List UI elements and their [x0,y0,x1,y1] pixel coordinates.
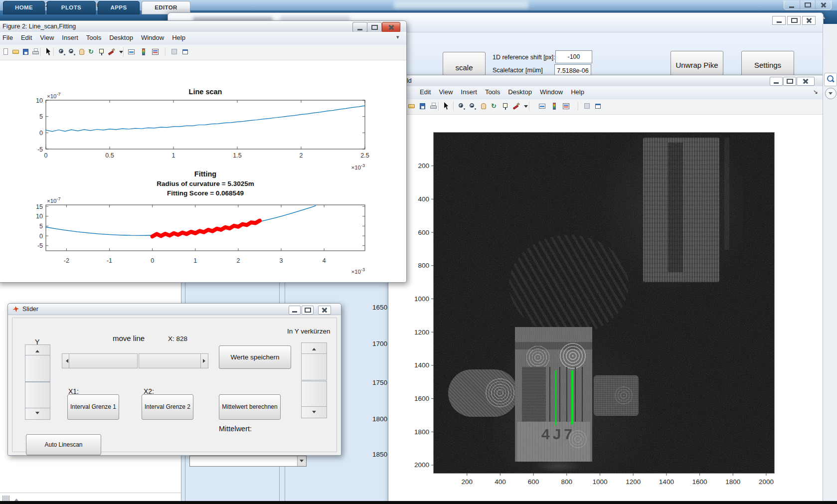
caret-down-icon[interactable] [117,47,126,56]
interval-grenze-1-button[interactable]: Interval Grenze 1 [67,394,119,420]
property-editor-icon[interactable] [170,47,179,56]
minimize-button[interactable] [352,22,367,32]
data-cursor-icon[interactable] [97,47,106,56]
figure-image-titlebar: ld [388,75,823,87]
pan-hand-icon[interactable] [479,102,488,111]
brush-icon[interactable] [512,102,521,111]
in-y-slider-up-button[interactable] [301,342,327,354]
zoom-out-icon[interactable] [67,47,76,56]
minimize-button[interactable] [772,16,786,25]
in-y-slider-down-button[interactable] [301,406,327,418]
mittelwert-berechnen-button[interactable]: Mittelwert berechnen [219,394,281,420]
menu-item-desktop[interactable]: Desktop [504,86,536,96]
menu-item-desktop[interactable]: Desktop [105,32,137,41]
menu-item-view[interactable]: View [435,86,457,96]
menu-item-help[interactable]: Help [168,32,189,41]
save-icon[interactable] [418,102,427,111]
pulldown-icon[interactable] [825,88,837,99]
auto-linescan-button[interactable]: Auto Linescan [26,434,101,455]
werte-speichern-button[interactable]: Werte speichern [219,345,291,369]
maximize-button[interactable] [783,77,796,86]
print-icon[interactable] [31,47,40,56]
maximize-button[interactable] [302,306,314,315]
svg-text:1600: 1600 [414,395,429,402]
menu-item-window[interactable]: Window [536,86,567,96]
zoom-in-icon[interactable] [457,102,466,111]
interval-grenze-2-button[interactable]: Interval Grenze 2 [142,394,193,420]
menu-item-edit[interactable]: Edit [416,86,435,96]
menu-overflow-icon[interactable]: ▾ [396,34,399,40]
zoom-out-icon[interactable] [468,102,477,111]
rotate-3d-icon[interactable] [87,47,96,56]
open-folder-icon[interactable] [11,47,20,56]
maximize-button[interactable] [787,16,801,25]
move-line-track[interactable] [139,353,201,368]
tab-plots[interactable]: PLOTS [47,1,96,14]
ref-shift-input[interactable]: -100 [555,50,592,63]
minimize-button[interactable] [784,0,800,9]
svg-text:2: 2 [236,257,240,264]
insert-colorbar-icon[interactable] [139,47,148,56]
y-slider-track[interactable] [25,382,50,409]
maximize-button[interactable] [367,22,382,32]
menu-item-insert[interactable]: Insert [457,86,481,96]
side-axis-number: 1750 [347,379,387,386]
tab-apps[interactable]: APPS [98,1,140,14]
close-button[interactable] [382,22,400,32]
svg-text:1000: 1000 [414,295,429,303]
insert-colorbar-icon[interactable] [550,102,559,111]
svg-text:-5: -5 [37,146,43,153]
print-icon[interactable] [429,102,438,111]
menu-item-edit[interactable]: Edit [17,32,36,41]
background-combobox[interactable] [189,456,307,467]
close-button[interactable] [816,0,831,9]
search-icon[interactable] [824,73,837,86]
zoom-in-icon[interactable] [57,47,66,56]
cursor-icon[interactable] [442,102,451,111]
insert-legend-icon[interactable] [562,102,571,111]
figure-image-window: ld EditViewInsertToolsDesktopWindowHelp … [388,75,824,503]
svg-text:2.5: 2.5 [360,152,369,159]
link-plots-icon[interactable] [538,102,547,111]
close-button[interactable] [318,306,331,315]
restore-button[interactable] [800,0,816,9]
menu-item-file[interactable]: File [0,32,17,41]
menu-item-view[interactable]: View [36,32,58,41]
menu-item-tools[interactable]: Tools [82,32,105,41]
brush-icon[interactable] [107,47,116,56]
in-y-slider-track[interactable] [301,353,327,380]
menu-item-insert[interactable]: Insert [58,32,82,41]
property-editor-icon[interactable] [583,102,592,111]
minimize-button[interactable] [289,306,301,315]
data-cursor-icon[interactable] [501,102,510,111]
y-slider-up-button[interactable] [25,344,50,356]
rotate-3d-icon[interactable] [490,102,499,111]
dock-figure-icon[interactable] [594,102,603,111]
close-button[interactable] [797,77,815,86]
combobox-arrow[interactable] [297,456,306,466]
tab-home[interactable]: HOME [3,1,45,14]
open-folder-icon[interactable] [407,102,416,111]
link-plots-icon[interactable] [127,47,136,56]
menu-item-window[interactable]: Window [137,32,168,41]
noise-overlay [434,133,774,473]
dock-arrow-icon[interactable]: ↘ [813,88,818,95]
new-document-icon[interactable] [1,47,10,56]
in-y-slider-track[interactable] [301,381,327,407]
y-slider-track[interactable] [25,355,50,382]
insert-legend-icon[interactable] [151,47,160,56]
menu-item-tools[interactable]: Tools [481,86,504,96]
save-icon[interactable] [21,47,30,56]
move-line-track[interactable] [69,353,138,368]
caret-down-icon[interactable] [522,102,531,111]
svg-text:×10-3: ×10-3 [351,163,365,170]
minimize-button[interactable] [770,77,783,86]
close-button[interactable] [802,16,816,25]
move-line-right-button[interactable] [200,353,208,368]
pan-hand-icon[interactable] [77,47,86,56]
svg-text:-5: -5 [37,242,43,249]
y-slider-down-button[interactable] [25,408,50,420]
cursor-icon[interactable] [44,47,53,56]
dock-figure-icon[interactable] [181,47,190,56]
menu-item-help[interactable]: Help [567,86,588,96]
